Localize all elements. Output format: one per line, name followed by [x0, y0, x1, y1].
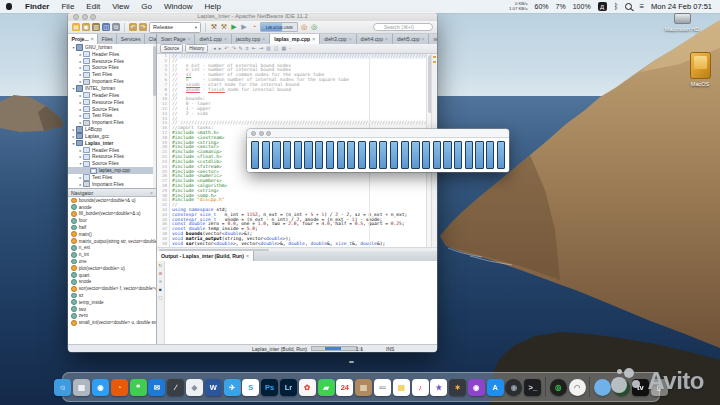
- dock-terminal-icon[interactable]: >_: [524, 379, 541, 396]
- input-source-icon[interactable]: Д: [598, 2, 607, 11]
- desktop-icon-macos-drive[interactable]: MacOS: [678, 52, 720, 87]
- rerun-icon[interactable]: ↻: [159, 263, 163, 268]
- navigator-item-small-int[interactable]: small_int(vector<double> u, double small…: [68, 319, 156, 326]
- navigator-item-matrix-output[interactable]: matrix_output(string str, vector<double>…: [68, 238, 156, 245]
- close-window-button[interactable]: [251, 131, 256, 136]
- menu-help[interactable]: Help: [198, 2, 226, 11]
- copy-icon[interactable]: ⧉: [112, 23, 120, 31]
- open-project-icon[interactable]: ▥: [92, 23, 100, 31]
- close-icon[interactable]: ×: [188, 36, 191, 42]
- output-tab[interactable]: Output - Laplas_inter (Build, Run) ×: [157, 251, 254, 261]
- tree-node-header-files[interactable]: ▸Header Files: [68, 51, 156, 58]
- editor-tool-icon-5[interactable]: ≡: [246, 45, 249, 52]
- menu-clock[interactable]: Mon 24 Feb 07:51: [651, 2, 712, 11]
- tree-node-laplas-mp-cpp[interactable]: laplas_mp.cpp: [68, 167, 156, 174]
- history-view-button[interactable]: History: [185, 44, 208, 53]
- profile-icon[interactable]: ◔: [250, 23, 258, 31]
- navigator-item-two[interactable]: two: [68, 306, 156, 313]
- navigator-item-temp-inside[interactable]: temp_inside: [68, 299, 156, 306]
- navigator-item-n-ext[interactable]: n_ext: [68, 245, 156, 252]
- dock-launchpad-icon[interactable]: ▦: [73, 379, 90, 396]
- warning-mark[interactable]: [433, 61, 436, 63]
- navigator-header[interactable]: Navigator ×: [68, 188, 156, 197]
- clean-build-icon[interactable]: ⚒: [220, 23, 228, 31]
- dock-appstore-icon[interactable]: A: [487, 379, 504, 396]
- editor-tool-icon-7[interactable]: ⇥: [259, 45, 263, 52]
- redo-icon[interactable]: ↷: [139, 23, 147, 31]
- dock-safari-icon[interactable]: ◉: [92, 379, 109, 396]
- editor-tab-dieh3cpp[interactable]: dieh3.cpp×: [320, 34, 356, 44]
- editor-tab-jacobycpp[interactable]: jacoby.cpp×: [232, 34, 270, 44]
- close-icon[interactable]: ×: [224, 36, 227, 42]
- memory-percentage[interactable]: 100%: [573, 3, 591, 10]
- plot-window[interactable]: [247, 129, 509, 172]
- dock-skype-icon[interactable]: S: [242, 379, 259, 396]
- editor-tool-icon-6[interactable]: ⇤: [252, 45, 256, 52]
- menu-view[interactable]: View: [106, 2, 135, 11]
- battery-percentage[interactable]: 60%: [535, 3, 549, 10]
- dock-green-disc-app-icon[interactable]: ◎: [550, 379, 567, 396]
- navigator-item-anode[interactable]: anode: [68, 204, 156, 211]
- navigator-item-quart[interactable]: quart: [68, 272, 156, 279]
- close-icon[interactable]: ×: [385, 36, 388, 42]
- options-icon[interactable]: ≡: [159, 279, 162, 284]
- tree-node-header-files[interactable]: ▸Header Files: [68, 92, 156, 99]
- editor-tab-dieh5cpp[interactable]: dieh5.cpp×: [393, 34, 429, 44]
- editor-tool-icon-8[interactable]: ▥: [266, 45, 271, 52]
- output-console[interactable]: [157, 261, 437, 345]
- navigator-item-n-int[interactable]: n_int: [68, 251, 156, 258]
- dock-utility-dark-icon[interactable]: ∕: [167, 379, 184, 396]
- tree-node-resource-files[interactable]: ▸Resource Files: [68, 154, 156, 161]
- tree-node-important-files[interactable]: ▸Important Files: [68, 119, 156, 126]
- tree-node-source-files[interactable]: ▸Source Files: [68, 106, 156, 113]
- dock-mail-icon[interactable]: ✉: [148, 379, 165, 396]
- scrollbar-thumb[interactable]: [153, 46, 156, 96]
- dock-photoshop-icon[interactable]: Ps: [261, 379, 278, 396]
- navigator-item-fill-border[interactable]: fill_border(vector<double>& u): [68, 211, 156, 218]
- tree-node-labcpp[interactable]: ▸LABcpp: [68, 126, 156, 133]
- close-icon[interactable]: ×: [246, 253, 249, 259]
- dock-white-circle-app-icon[interactable]: ◠: [569, 379, 586, 396]
- source-view-button[interactable]: Source: [160, 44, 183, 53]
- editor-tool-icon-11[interactable]: ◦: [289, 45, 291, 52]
- editor-tool-icon-0[interactable]: ◂: [213, 45, 216, 52]
- gc-icon[interactable]: ◎: [300, 23, 308, 31]
- tree-node-source-files[interactable]: ▾Source Files: [68, 160, 156, 167]
- tree-node-test-files[interactable]: ▸Test Files: [68, 112, 156, 119]
- tree-node-intel-fortran[interactable]: ▾INTEL_fortran: [68, 85, 156, 92]
- search-input[interactable]: [373, 23, 433, 31]
- control-center-icon[interactable]: ≡: [639, 2, 644, 11]
- menu-go[interactable]: Go: [135, 2, 158, 11]
- editor-tool-icon-10[interactable]: ▦: [282, 45, 287, 52]
- tree-node-gnu-fortran[interactable]: ▾GNU_fortran: [68, 44, 156, 51]
- apple-menu-icon[interactable]: [6, 3, 12, 10]
- tree-node-header-files[interactable]: ▸Header Files: [68, 147, 156, 154]
- navigator-item-plot[interactable]: plot(vector<double> u): [68, 265, 156, 272]
- editor-tool-icon-1[interactable]: ▸: [219, 45, 222, 52]
- minimize-window-button[interactable]: [259, 131, 264, 136]
- cpu-percentage[interactable]: 7%: [556, 3, 566, 10]
- build-icon[interactable]: ⚒: [210, 23, 218, 31]
- dock-messages-icon[interactable]: ❝: [130, 379, 147, 396]
- menu-file[interactable]: File: [55, 2, 80, 11]
- dock-blue-app-icon[interactable]: ✈: [224, 379, 241, 396]
- editor-tool-icon-2[interactable]: ↶: [224, 45, 228, 52]
- heap-dump-icon[interactable]: ◎: [310, 23, 318, 31]
- dock-reminders-icon[interactable]: ≔: [374, 379, 391, 396]
- editor-tab-dieh1cpp[interactable]: dieh1.cpp×: [195, 34, 231, 44]
- close-icon[interactable]: ×: [422, 36, 425, 42]
- dock-dark-circle-app-icon[interactable]: ◉: [505, 379, 522, 396]
- dock-notes-icon[interactable]: ▤: [393, 379, 410, 396]
- settings-icon[interactable]: ▢: [158, 295, 162, 300]
- dock-lightroom-icon[interactable]: Lr: [280, 379, 297, 396]
- config-select[interactable]: Release▾: [149, 22, 201, 33]
- editor-tool-icon-9[interactable]: ◫: [274, 45, 279, 52]
- close-icon[interactable]: ×: [150, 190, 153, 196]
- warning-mark[interactable]: [433, 56, 436, 58]
- dock-podcasts-icon[interactable]: ◉: [468, 379, 485, 396]
- navigator-item-sor[interactable]: sor(vector<double> f, vector<double>& u,…: [68, 285, 156, 292]
- panel-tab-classes[interactable]: Classes: [145, 34, 157, 44]
- panel-tab-proje[interactable]: Proje...×: [68, 34, 98, 44]
- dock-photos-icon[interactable]: ✿: [299, 379, 316, 396]
- clear-icon[interactable]: ■: [159, 287, 162, 292]
